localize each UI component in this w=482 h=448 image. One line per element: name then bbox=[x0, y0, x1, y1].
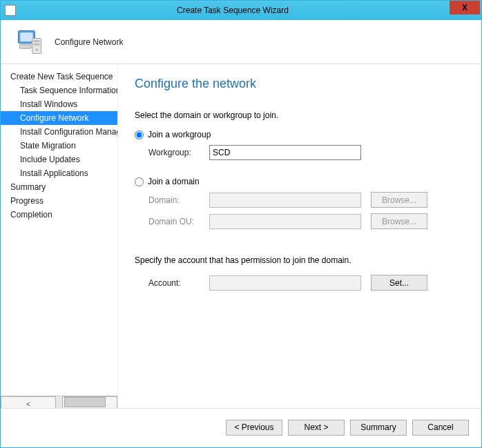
join-domain-label[interactable]: Join a domain bbox=[148, 177, 200, 186]
sidebar-item[interactable]: Task Sequence Information bbox=[1, 84, 117, 97]
wizard-content: Configure the network Select the domain … bbox=[118, 64, 481, 408]
sidebar-item[interactable]: State Migration bbox=[1, 139, 117, 153]
domain-field-label: Domain: bbox=[135, 195, 209, 205]
domain-ou-field-label: Domain OU: bbox=[135, 217, 209, 226]
domain-ou-browse-button: Browse... bbox=[371, 213, 427, 229]
window-title: Create Task Sequence Wizard bbox=[16, 6, 450, 15]
close-button[interactable]: X bbox=[450, 1, 480, 14]
workgroup-input[interactable] bbox=[209, 145, 361, 160]
join-workgroup-radio[interactable] bbox=[135, 130, 144, 139]
join-workgroup-option[interactable]: Join a workgroup bbox=[135, 130, 465, 139]
title-bar: Create Task Sequence Wizard X bbox=[1, 1, 481, 20]
svg-rect-6 bbox=[19, 44, 31, 48]
join-domain-option[interactable]: Join a domain bbox=[135, 177, 465, 186]
instruction-text: Select the domain or workgroup to join. bbox=[135, 110, 465, 120]
sidebar-item[interactable]: Install Applications bbox=[1, 166, 117, 180]
page-heading: Configure the network bbox=[135, 77, 465, 91]
scroll-thumb[interactable] bbox=[64, 397, 106, 407]
app-icon bbox=[5, 5, 16, 16]
domain-browse-button: Browse... bbox=[371, 192, 427, 208]
sidebar-item[interactable]: Create New Task Sequence bbox=[1, 70, 117, 84]
join-domain-radio[interactable] bbox=[135, 177, 144, 186]
sidebar-item[interactable]: Completion bbox=[1, 208, 117, 222]
summary-button[interactable]: Summary bbox=[350, 420, 407, 436]
join-workgroup-label[interactable]: Join a workgroup bbox=[148, 130, 211, 139]
scroll-track[interactable] bbox=[56, 396, 62, 408]
previous-button[interactable]: < Previous bbox=[226, 420, 282, 436]
sidebar-item[interactable]: Include Updates bbox=[1, 153, 117, 166]
wizard-footer: < Previous Next > Summary Cancel bbox=[1, 408, 481, 446]
domain-ou-input bbox=[209, 214, 361, 229]
svg-point-5 bbox=[35, 48, 38, 51]
svg-rect-3 bbox=[34, 40, 40, 42]
svg-rect-1 bbox=[20, 32, 32, 41]
scroll-left-button[interactable]: < bbox=[1, 396, 56, 408]
workgroup-field-label: Workgroup: bbox=[135, 148, 209, 157]
sidebar-item[interactable]: Configure Network bbox=[1, 111, 117, 125]
sidebar-item[interactable]: Summary bbox=[1, 180, 117, 194]
wizard-header: Configure Network bbox=[1, 20, 481, 64]
domain-input bbox=[209, 193, 361, 208]
sidebar-item[interactable]: Install Windows bbox=[1, 97, 117, 111]
wizard-body: Create New Task SequenceTask Sequence In… bbox=[1, 64, 481, 408]
close-icon: X bbox=[462, 3, 467, 12]
cancel-button[interactable]: Cancel bbox=[412, 420, 469, 436]
sidebar-item[interactable]: Install Configuration Manager bbox=[1, 125, 117, 139]
wizard-sidebar: Create New Task SequenceTask Sequence In… bbox=[1, 64, 118, 408]
account-instruction: Specify the account that has permission … bbox=[135, 255, 465, 265]
next-button[interactable]: Next > bbox=[288, 420, 345, 436]
computer-icon bbox=[15, 27, 45, 57]
set-account-button[interactable]: Set... bbox=[371, 275, 427, 291]
account-input bbox=[209, 275, 361, 291]
account-field-label: Account: bbox=[135, 278, 209, 288]
header-title: Configure Network bbox=[55, 37, 123, 47]
sidebar-scrollbar[interactable]: < > bbox=[1, 396, 117, 408]
sidebar-item[interactable]: Progress bbox=[1, 194, 117, 208]
svg-rect-4 bbox=[34, 43, 40, 45]
